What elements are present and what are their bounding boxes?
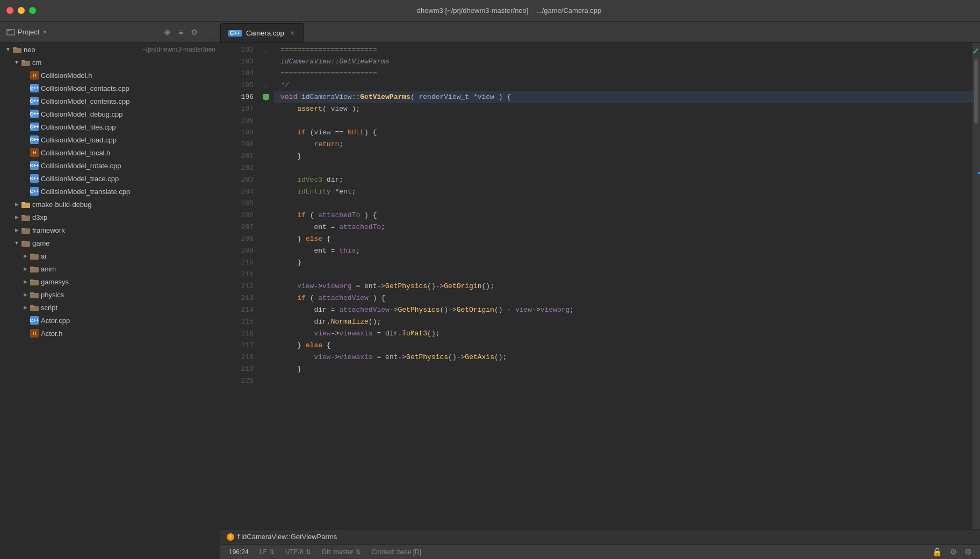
sidebar-item-cmake-build-debug[interactable]: ▶ cmake-build-debug <box>0 198 220 211</box>
code-line-210: } <box>274 257 972 269</box>
add-icon[interactable]: ⊕ <box>164 27 171 37</box>
svg-rect-11 <box>21 228 25 230</box>
sidebar-item-physics[interactable]: ▶ physics <box>0 288 220 301</box>
neo-path: ~/prj/dhewm3-master/neo <box>142 46 215 53</box>
sidebar-item-CollisionModel-h[interactable]: H CollisionModel.h <box>0 69 220 82</box>
tab-camera-cpp[interactable]: C++ Camera.cpp ✕ <box>220 23 304 42</box>
code-text <box>280 127 297 139</box>
gutter-row <box>258 186 274 198</box>
tree-arrow <box>21 329 29 337</box>
fold-icon[interactable]: ⌄ <box>264 47 268 53</box>
folder-label: gamesys <box>41 278 215 286</box>
cpp-file-icon: C++ <box>30 135 39 144</box>
line-num: 206 <box>225 210 254 221</box>
cursor-position: 196:24 <box>229 548 249 556</box>
sidebar-item-framework[interactable]: ▶ framework <box>0 224 220 236</box>
folder-icon <box>30 304 39 311</box>
code-text: ) { <box>364 127 377 139</box>
code-line-208: } else { <box>274 233 972 245</box>
code-line-209: ent = this; <box>274 245 972 257</box>
code-text: ()-> <box>448 352 465 363</box>
code-text: ()-> <box>439 304 456 316</box>
line-ending-chevron: ⇅ <box>269 548 275 556</box>
file-label: CollisionModel_local.h <box>41 149 215 157</box>
project-label[interactable]: Project ▼ <box>6 28 47 37</box>
line-numbers: 192 193 194 195 196 197 198 199 200 201 … <box>220 43 258 529</box>
sidebar-item-CollisionModel-translate[interactable]: C++ CollisionModel_translate.cpp <box>0 185 220 198</box>
tree-arrow: ▶ <box>21 291 29 298</box>
h-file-icon: H <box>30 329 39 338</box>
h-file-icon: H <box>30 148 39 157</box>
code-text: == <box>331 127 348 139</box>
sidebar-item-CollisionModel-load[interactable]: C++ CollisionModel_load.cpp <box>0 133 220 146</box>
settings-icon[interactable]: ⚙ <box>191 27 198 37</box>
sidebar-item-Actor-cpp[interactable]: C++ Actor.cpp <box>0 314 220 327</box>
sidebar-item-CollisionModel-rotate[interactable]: C++ CollisionModel_rotate.cpp <box>0 159 220 172</box>
cpp-tab-icon: C++ <box>228 30 242 37</box>
sidebar-item-neo[interactable]: ▼ neo ~/prj/dhewm3-master/neo <box>0 43 220 56</box>
scrollbar-thumb[interactable] <box>974 59 978 124</box>
code-text: ) { <box>494 91 511 103</box>
cm-label: cm <box>32 59 215 67</box>
gutter-row <box>258 363 274 375</box>
code-text: GetViewParms <box>360 91 410 103</box>
sidebar-item-anim[interactable]: ▶ anim <box>0 262 220 275</box>
maximize-button[interactable] <box>29 7 36 14</box>
code-text: ( <box>306 292 318 304</box>
svg-rect-13 <box>21 241 25 242</box>
git-text: Git: master <box>322 548 354 556</box>
code-line-216: view->viewaxis = dir.ToMat3(); <box>274 328 972 340</box>
code-text: ()-> <box>427 281 444 292</box>
scrollbar-right[interactable]: ✓ <box>972 43 980 529</box>
encoding[interactable]: UTF-8 ⇅ <box>285 548 311 556</box>
sidebar-item-game[interactable]: ▼ game <box>0 236 220 249</box>
code-text: GetOrigin <box>444 281 481 292</box>
folder-icon <box>30 266 39 273</box>
code-editor[interactable]: ======================= idCameraView::Ge… <box>274 43 972 529</box>
minimize-button[interactable] <box>18 7 25 14</box>
close-button[interactable] <box>6 7 13 14</box>
sidebar-item-CollisionModel-contacts[interactable]: C++ CollisionModel_contacts.cpp <box>0 82 220 95</box>
sidebar-item-ai[interactable]: ▶ ai <box>0 249 220 262</box>
sync-icon[interactable]: ⚙ <box>950 547 957 557</box>
line-num: 218 <box>225 352 254 363</box>
sidebar-item-gamesys[interactable]: ▶ gamesys <box>0 275 220 288</box>
gutter-row <box>258 281 274 292</box>
git-branch[interactable]: Git: master ⇅ <box>322 548 361 556</box>
sidebar-item-CollisionModel-files[interactable]: C++ CollisionModel_files.cpp <box>0 120 220 133</box>
gutter-row <box>258 68 274 80</box>
code-text: *ent; <box>331 186 356 198</box>
code-text <box>280 352 314 363</box>
code-text: ( <box>306 210 318 221</box>
code-text: NULL <box>348 127 364 139</box>
filter-icon[interactable]: ≡ <box>178 27 183 37</box>
line-num: 200 <box>225 139 254 150</box>
sidebar-item-cm[interactable]: ▼ cm <box>0 56 220 69</box>
code-text: GetOrigin <box>457 304 494 316</box>
breakpoint-marker[interactable] <box>263 94 269 101</box>
line-ending[interactable]: LF ⇅ <box>260 548 275 556</box>
collapse-icon[interactable]: — <box>205 27 213 37</box>
sidebar-item-CollisionModel-contents[interactable]: C++ CollisionModel_contents.cpp <box>0 95 220 108</box>
code-line-196: void idCameraView::GetViewParms( renderV… <box>274 91 972 103</box>
lock-icon[interactable]: 🔒 <box>932 547 942 557</box>
sidebar-item-Actor-h[interactable]: H Actor.h <box>0 327 220 340</box>
gutter-row <box>258 328 274 340</box>
sidebar-item-d3xp[interactable]: ▶ d3xp <box>0 211 220 224</box>
line-num: 194 <box>225 68 254 80</box>
sidebar-item-CollisionModel-local-h[interactable]: H CollisionModel_local.h <box>0 146 220 159</box>
alert-icon[interactable]: ⚙ <box>964 547 971 557</box>
fold-icon[interactable]: ⌄ <box>264 83 268 89</box>
code-text <box>280 210 297 221</box>
sidebar-item-CollisionModel-debug[interactable]: C++ CollisionModel_debug.cpp <box>0 108 220 120</box>
sidebar-item-script[interactable]: ▶ script <box>0 301 220 314</box>
tab-close-button[interactable]: ✕ <box>289 30 296 37</box>
tab-bar: C++ Camera.cpp ✕ <box>220 22 980 43</box>
code-text: idCameraView <box>301 91 352 103</box>
folder-label: physics <box>41 291 215 299</box>
folder-label: ai <box>41 252 215 260</box>
traffic-lights[interactable] <box>6 7 36 14</box>
tree-arrow: ▼ <box>13 59 20 66</box>
tree-arrow <box>21 110 29 118</box>
sidebar-item-CollisionModel-trace[interactable]: C++ CollisionModel_trace.cpp <box>0 172 220 185</box>
